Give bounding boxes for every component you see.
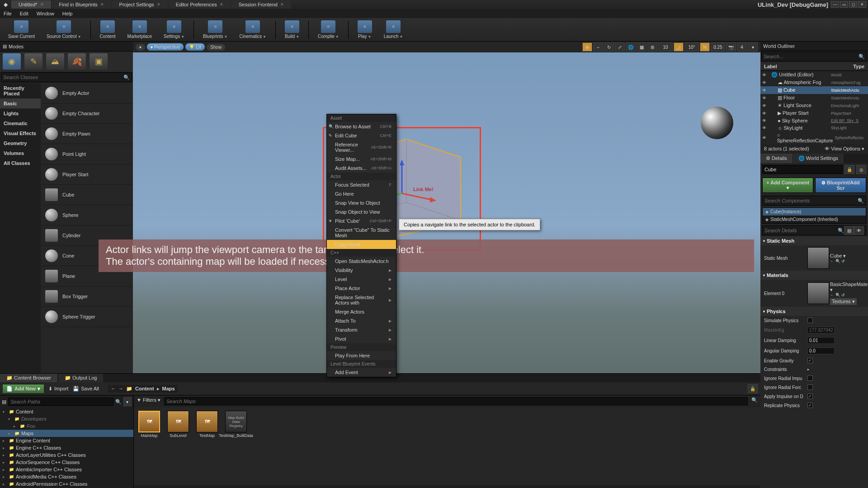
menu-item[interactable]: Copy ULink (327, 240, 396, 249)
menu-item[interactable]: Play From Here (327, 351, 396, 360)
section-header[interactable]: Physics (760, 307, 868, 316)
toolbar-launch[interactable]: ▫Launch▼ (379, 19, 408, 40)
place-item[interactable]: Empty Character (41, 103, 133, 124)
outliner-row[interactable]: 👁☁ Atmospheric FogAtmosphericFog (760, 79, 868, 86)
tree-item[interactable]: ▸📁AndroidPermission C++ Classes (0, 480, 133, 488)
category-geometry[interactable]: Geometry (0, 138, 41, 148)
maximize-button[interactable]: ◻ (849, 1, 857, 8)
transform-rotate-icon[interactable]: ↻ (604, 42, 614, 52)
search-paths-input[interactable] (8, 398, 113, 406)
tree-item[interactable]: ▸📁AlembicImporter C++ Classes (0, 466, 133, 473)
category-lights[interactable]: Lights (0, 108, 41, 118)
toolbar-content[interactable]: ▫Content (95, 19, 120, 40)
category-cinematic[interactable]: Cinematic (0, 118, 41, 128)
scale-snap-value[interactable]: 0.25 (711, 42, 725, 52)
menu-item[interactable]: Snap Object to View (327, 207, 396, 216)
category-basic[interactable]: Basic (0, 99, 41, 108)
import-button[interactable]: ⬇ Import (48, 386, 68, 392)
place-item[interactable]: Sphere (41, 205, 133, 225)
filter-icon[interactable]: ▾ (123, 397, 132, 406)
place-item[interactable]: Empty Pawn (41, 124, 133, 144)
outliner-row[interactable]: 👁▥ FloorStaticMeshActo (760, 94, 868, 102)
col-label[interactable]: Label (764, 64, 853, 69)
viewport-menu-button[interactable]: ▾ (136, 44, 145, 51)
menu-item[interactable]: Pivot▶ (327, 334, 396, 343)
mode-landscape-icon[interactable]: ⛰ (46, 53, 64, 70)
snap-surface-icon[interactable]: ▦ (637, 42, 646, 52)
window-tab[interactable]: Project Settings✕ (112, 0, 168, 9)
outliner-row[interactable]: 👁☀ Light SourceDirectionalLight (760, 102, 868, 109)
component-row[interactable]: ◈ StaticMeshComponent (Inherited) (763, 216, 866, 223)
toolbar-play[interactable]: ▫Play▼ (353, 19, 377, 40)
menu-item[interactable]: Open StaticMeshActor.h (327, 257, 396, 266)
details-tab[interactable]: ⚙ Details (760, 154, 793, 163)
toolbar-save-current[interactable]: ▫Save Current (4, 19, 39, 40)
menu-edit[interactable]: Edit (20, 11, 28, 16)
window-tab[interactable]: Editor Preferences✕ (169, 0, 231, 9)
menu-file[interactable]: File (4, 11, 12, 16)
angle-snap-icon[interactable]: ◿ (674, 42, 684, 52)
property-matrix-icon[interactable]: ▤ (844, 226, 854, 235)
menu-item[interactable]: Merge Actors (327, 307, 396, 316)
reflection-sphere[interactable] (701, 107, 733, 139)
menu-item[interactable]: Place Actor▶ (327, 284, 396, 293)
menu-item[interactable]: Snap View to Object (327, 198, 396, 207)
filters-button[interactable]: ▼ Filters ▾ (137, 397, 160, 405)
place-item[interactable]: Sphere Trigger (41, 307, 133, 327)
toolbar-cinematics[interactable]: ▫Cinematics▼ (235, 19, 271, 40)
search-icon[interactable]: 🔍 (751, 397, 758, 405)
outliner-view-options[interactable]: 👁 View Options ▾ (825, 146, 864, 152)
details-tab[interactable]: 🌐 World Settings (793, 154, 844, 163)
show-button[interactable]: Show (207, 44, 225, 51)
blueprint-button[interactable]: ⚙ Blueprint/Add Scr (815, 178, 866, 193)
camera-speed-icon[interactable]: 📷 (726, 42, 736, 52)
angle-snap-value[interactable]: 10° (684, 42, 699, 52)
menu-item[interactable]: Transform▶ (327, 325, 396, 334)
minimize-button[interactable]: — (831, 1, 839, 8)
eye-icon[interactable]: 👁 (854, 226, 864, 235)
menu-help[interactable]: Help (62, 11, 73, 16)
search-icon[interactable]: 🔍 (858, 198, 864, 204)
window-tab[interactable]: Find in Blueprints✕ (52, 0, 111, 9)
tree-item[interactable]: ▾📁Content (0, 408, 133, 415)
mode-paint-icon[interactable]: ✎ (24, 53, 42, 70)
outliner-row[interactable]: 👁● Sky SphereEdit BP_Sky_S (760, 117, 868, 124)
category-recently-placed[interactable]: Recently Placed (0, 83, 41, 99)
crumb-content[interactable]: Content (135, 386, 154, 391)
menu-item[interactable]: Reference Viewer...Alt+Shift+R (327, 140, 396, 155)
toolbar-blueprints[interactable]: ▫Blueprints▼ (198, 19, 232, 40)
crumb-maps[interactable]: Maps (162, 386, 175, 391)
add-new-button[interactable]: 📄 Add New ▾ (3, 385, 44, 393)
tree-item[interactable]: ▸📁ActorSequence C++ Classes (0, 459, 133, 466)
outliner-row[interactable]: 👁▥ CubeStaticMeshActo (760, 86, 868, 94)
tree-item[interactable]: ▸📁Foo (0, 422, 133, 430)
toolbar-build[interactable]: ▫Build▼ (280, 19, 304, 40)
toolbar-marketplace[interactable]: ▫Marketplace (123, 19, 156, 40)
outliner-row[interactable]: 👁🌐 Untitled (Editor)World (760, 71, 868, 79)
tree-item[interactable]: ▸📁ActorLayerUtilities C++ Classes (0, 451, 133, 459)
grid-snap-value[interactable]: 10 (658, 42, 673, 52)
window-tab[interactable]: Session Frontend✕ (231, 0, 291, 9)
place-item[interactable]: Player Start (41, 164, 133, 185)
outliner-row[interactable]: 👁☼ SkyLightSkyLight (760, 124, 868, 131)
menu-item[interactable]: Attach To▶ (327, 316, 396, 325)
scale-snap-icon[interactable]: % (700, 42, 710, 52)
menu-item[interactable]: Replace Selected Actors with▶ (327, 293, 396, 307)
grid-snap-icon[interactable]: ⊞ (647, 42, 657, 52)
transform-move-icon[interactable]: ↔ (593, 42, 603, 52)
search-assets-input[interactable] (164, 397, 748, 405)
search-icon[interactable]: 🔍 (859, 54, 865, 60)
actor-name-input[interactable] (762, 165, 843, 174)
search-classes-input[interactable] (3, 75, 123, 80)
lock-icon[interactable]: 🔒 (844, 165, 854, 174)
viewport-max-icon[interactable]: ▾ (748, 42, 758, 52)
save-all-button[interactable]: 💾 Save All (73, 386, 99, 392)
tree-item[interactable]: ▸📁Engine Content (0, 437, 133, 444)
camera-speed-value[interactable]: 4 (737, 42, 747, 52)
asset-item[interactable]: Map Build Data RegistryTestMap_BuiltData (224, 411, 248, 438)
search-icon[interactable]: 🔍 (123, 75, 130, 80)
tree-item[interactable]: ▸📁Maps (0, 430, 133, 437)
crumb-back[interactable]: ← (111, 386, 116, 391)
mode-geometry-icon[interactable]: ▣ (90, 53, 108, 70)
menu-item[interactable]: Audit Assets...Alt+Shift+A (327, 164, 396, 173)
